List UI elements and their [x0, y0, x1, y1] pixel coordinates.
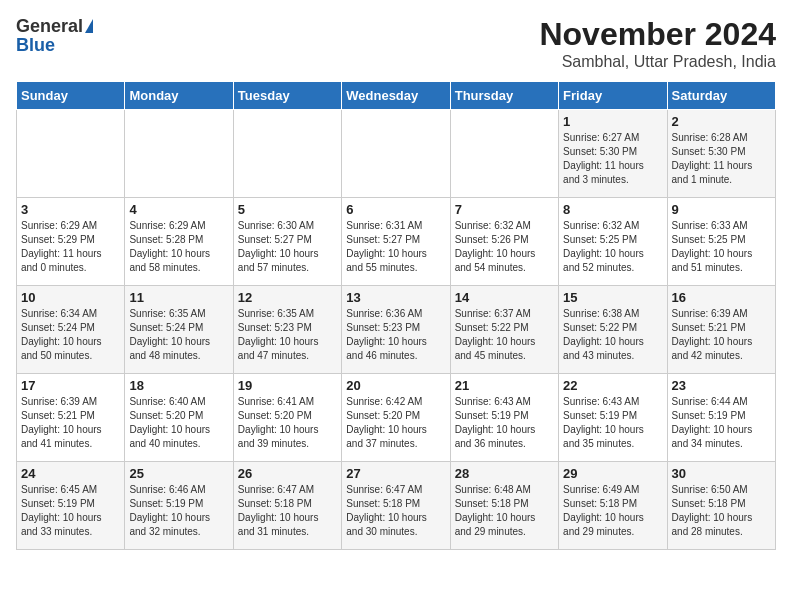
day-of-week-header: Tuesday — [233, 82, 341, 110]
day-info: Sunrise: 6:47 AMSunset: 5:18 PMDaylight:… — [238, 483, 337, 539]
calendar-day-cell: 15Sunrise: 6:38 AMSunset: 5:22 PMDayligh… — [559, 286, 667, 374]
day-of-week-header: Sunday — [17, 82, 125, 110]
calendar-day-cell: 6Sunrise: 6:31 AMSunset: 5:27 PMDaylight… — [342, 198, 450, 286]
calendar-day-cell: 9Sunrise: 6:33 AMSunset: 5:25 PMDaylight… — [667, 198, 775, 286]
day-number: 27 — [346, 466, 445, 481]
day-number: 4 — [129, 202, 228, 217]
calendar-day-cell: 2Sunrise: 6:28 AMSunset: 5:30 PMDaylight… — [667, 110, 775, 198]
day-info: Sunrise: 6:36 AMSunset: 5:23 PMDaylight:… — [346, 307, 445, 363]
day-info: Sunrise: 6:43 AMSunset: 5:19 PMDaylight:… — [563, 395, 662, 451]
calendar-header-row: SundayMondayTuesdayWednesdayThursdayFrid… — [17, 82, 776, 110]
day-info: Sunrise: 6:41 AMSunset: 5:20 PMDaylight:… — [238, 395, 337, 451]
logo: General Blue — [16, 16, 93, 56]
day-number: 14 — [455, 290, 554, 305]
calendar-day-cell: 13Sunrise: 6:36 AMSunset: 5:23 PMDayligh… — [342, 286, 450, 374]
day-number: 11 — [129, 290, 228, 305]
day-number: 13 — [346, 290, 445, 305]
title-block: November 2024 Sambhal, Uttar Pradesh, In… — [539, 16, 776, 71]
day-info: Sunrise: 6:40 AMSunset: 5:20 PMDaylight:… — [129, 395, 228, 451]
calendar-day-cell: 16Sunrise: 6:39 AMSunset: 5:21 PMDayligh… — [667, 286, 775, 374]
calendar-day-cell: 29Sunrise: 6:49 AMSunset: 5:18 PMDayligh… — [559, 462, 667, 550]
logo-blue-text: Blue — [16, 35, 55, 56]
day-of-week-header: Thursday — [450, 82, 558, 110]
calendar-week-row: 17Sunrise: 6:39 AMSunset: 5:21 PMDayligh… — [17, 374, 776, 462]
day-of-week-header: Wednesday — [342, 82, 450, 110]
day-number: 16 — [672, 290, 771, 305]
calendar-day-cell: 21Sunrise: 6:43 AMSunset: 5:19 PMDayligh… — [450, 374, 558, 462]
calendar-day-cell — [125, 110, 233, 198]
calendar-day-cell — [342, 110, 450, 198]
calendar-day-cell: 17Sunrise: 6:39 AMSunset: 5:21 PMDayligh… — [17, 374, 125, 462]
calendar-day-cell: 25Sunrise: 6:46 AMSunset: 5:19 PMDayligh… — [125, 462, 233, 550]
day-info: Sunrise: 6:35 AMSunset: 5:23 PMDaylight:… — [238, 307, 337, 363]
day-info: Sunrise: 6:46 AMSunset: 5:19 PMDaylight:… — [129, 483, 228, 539]
calendar-day-cell: 18Sunrise: 6:40 AMSunset: 5:20 PMDayligh… — [125, 374, 233, 462]
day-info: Sunrise: 6:34 AMSunset: 5:24 PMDaylight:… — [21, 307, 120, 363]
day-number: 6 — [346, 202, 445, 217]
day-of-week-header: Saturday — [667, 82, 775, 110]
day-info: Sunrise: 6:45 AMSunset: 5:19 PMDaylight:… — [21, 483, 120, 539]
calendar-day-cell: 12Sunrise: 6:35 AMSunset: 5:23 PMDayligh… — [233, 286, 341, 374]
day-info: Sunrise: 6:32 AMSunset: 5:26 PMDaylight:… — [455, 219, 554, 275]
calendar-week-row: 1Sunrise: 6:27 AMSunset: 5:30 PMDaylight… — [17, 110, 776, 198]
calendar-day-cell: 4Sunrise: 6:29 AMSunset: 5:28 PMDaylight… — [125, 198, 233, 286]
day-number: 15 — [563, 290, 662, 305]
day-info: Sunrise: 6:29 AMSunset: 5:29 PMDaylight:… — [21, 219, 120, 275]
day-number: 19 — [238, 378, 337, 393]
day-info: Sunrise: 6:32 AMSunset: 5:25 PMDaylight:… — [563, 219, 662, 275]
day-info: Sunrise: 6:43 AMSunset: 5:19 PMDaylight:… — [455, 395, 554, 451]
day-info: Sunrise: 6:28 AMSunset: 5:30 PMDaylight:… — [672, 131, 771, 187]
calendar-day-cell: 28Sunrise: 6:48 AMSunset: 5:18 PMDayligh… — [450, 462, 558, 550]
calendar-day-cell: 30Sunrise: 6:50 AMSunset: 5:18 PMDayligh… — [667, 462, 775, 550]
day-number: 28 — [455, 466, 554, 481]
logo-general-text: General — [16, 16, 83, 37]
calendar-day-cell: 1Sunrise: 6:27 AMSunset: 5:30 PMDaylight… — [559, 110, 667, 198]
day-number: 8 — [563, 202, 662, 217]
day-info: Sunrise: 6:33 AMSunset: 5:25 PMDaylight:… — [672, 219, 771, 275]
calendar-day-cell: 27Sunrise: 6:47 AMSunset: 5:18 PMDayligh… — [342, 462, 450, 550]
calendar-week-row: 3Sunrise: 6:29 AMSunset: 5:29 PMDaylight… — [17, 198, 776, 286]
calendar-day-cell: 10Sunrise: 6:34 AMSunset: 5:24 PMDayligh… — [17, 286, 125, 374]
day-number: 24 — [21, 466, 120, 481]
calendar-week-row: 10Sunrise: 6:34 AMSunset: 5:24 PMDayligh… — [17, 286, 776, 374]
day-number: 3 — [21, 202, 120, 217]
day-number: 25 — [129, 466, 228, 481]
calendar-day-cell: 20Sunrise: 6:42 AMSunset: 5:20 PMDayligh… — [342, 374, 450, 462]
calendar-day-cell — [17, 110, 125, 198]
day-of-week-header: Friday — [559, 82, 667, 110]
calendar-day-cell: 19Sunrise: 6:41 AMSunset: 5:20 PMDayligh… — [233, 374, 341, 462]
day-number: 30 — [672, 466, 771, 481]
calendar-day-cell — [233, 110, 341, 198]
day-info: Sunrise: 6:39 AMSunset: 5:21 PMDaylight:… — [21, 395, 120, 451]
day-info: Sunrise: 6:48 AMSunset: 5:18 PMDaylight:… — [455, 483, 554, 539]
day-number: 18 — [129, 378, 228, 393]
day-info: Sunrise: 6:47 AMSunset: 5:18 PMDaylight:… — [346, 483, 445, 539]
day-info: Sunrise: 6:35 AMSunset: 5:24 PMDaylight:… — [129, 307, 228, 363]
day-info: Sunrise: 6:31 AMSunset: 5:27 PMDaylight:… — [346, 219, 445, 275]
calendar-day-cell: 26Sunrise: 6:47 AMSunset: 5:18 PMDayligh… — [233, 462, 341, 550]
page-title: November 2024 — [539, 16, 776, 53]
day-info: Sunrise: 6:42 AMSunset: 5:20 PMDaylight:… — [346, 395, 445, 451]
day-of-week-header: Monday — [125, 82, 233, 110]
calendar-day-cell: 24Sunrise: 6:45 AMSunset: 5:19 PMDayligh… — [17, 462, 125, 550]
calendar-day-cell: 8Sunrise: 6:32 AMSunset: 5:25 PMDaylight… — [559, 198, 667, 286]
day-info: Sunrise: 6:49 AMSunset: 5:18 PMDaylight:… — [563, 483, 662, 539]
day-number: 22 — [563, 378, 662, 393]
calendar-table: SundayMondayTuesdayWednesdayThursdayFrid… — [16, 81, 776, 550]
calendar-day-cell — [450, 110, 558, 198]
calendar-day-cell: 7Sunrise: 6:32 AMSunset: 5:26 PMDaylight… — [450, 198, 558, 286]
page-subtitle: Sambhal, Uttar Pradesh, India — [539, 53, 776, 71]
day-number: 12 — [238, 290, 337, 305]
day-info: Sunrise: 6:44 AMSunset: 5:19 PMDaylight:… — [672, 395, 771, 451]
day-info: Sunrise: 6:27 AMSunset: 5:30 PMDaylight:… — [563, 131, 662, 187]
day-info: Sunrise: 6:30 AMSunset: 5:27 PMDaylight:… — [238, 219, 337, 275]
day-number: 21 — [455, 378, 554, 393]
day-number: 1 — [563, 114, 662, 129]
day-info: Sunrise: 6:37 AMSunset: 5:22 PMDaylight:… — [455, 307, 554, 363]
day-number: 9 — [672, 202, 771, 217]
day-info: Sunrise: 6:50 AMSunset: 5:18 PMDaylight:… — [672, 483, 771, 539]
day-number: 7 — [455, 202, 554, 217]
day-number: 10 — [21, 290, 120, 305]
calendar-day-cell: 11Sunrise: 6:35 AMSunset: 5:24 PMDayligh… — [125, 286, 233, 374]
day-number: 5 — [238, 202, 337, 217]
